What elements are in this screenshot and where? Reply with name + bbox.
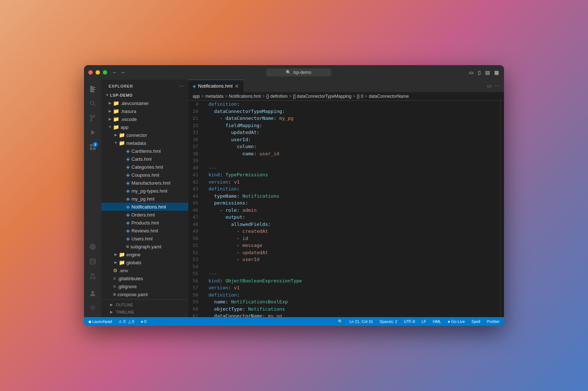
info-count: 0 — [144, 319, 146, 324]
breadcrumb-dctype[interactable]: [] dataConnectorTypeMapping — [293, 94, 352, 99]
activity-explorer[interactable] — [86, 83, 99, 96]
titlebar: ← → 🔍 lsp-demo ▭ ▯ ▤ ▦ — [84, 65, 504, 80]
minimize-button[interactable] — [96, 70, 100, 75]
sidebar-item-globals[interactable]: ▶ 📁 globals — [101, 258, 188, 266]
back-arrow-icon[interactable]: ← — [112, 69, 118, 76]
layout-icon-1[interactable]: ▭ — [468, 69, 474, 76]
sidebar-item-coupons[interactable]: ▶ ◈ Coupons.hml — [101, 171, 188, 179]
breadcrumb-app[interactable]: app — [193, 94, 200, 99]
layout-icon-4[interactable]: ▦ — [494, 69, 500, 76]
sidebar-item-reviews[interactable]: ▶ ◈ Reviews.hml — [101, 227, 188, 235]
activity-run[interactable] — [86, 126, 99, 139]
code-line: version: v1 — [209, 284, 496, 291]
breadcrumb-definition[interactable]: {} definition — [266, 94, 287, 99]
vscode-window: ← → 🔍 lsp-demo ▭ ▯ ▤ ▦ — [84, 65, 504, 326]
encoding-text: UTF-8 — [404, 319, 415, 324]
sidebar-item-subgraph-yaml[interactable]: ▶ ≡ subgraph.yaml — [101, 243, 188, 251]
breadcrumb-0[interactable]: {} 0 — [357, 94, 363, 99]
sidebar-item-connector[interactable]: ▶ 📁 connector — [101, 131, 188, 139]
layout-icon-3[interactable]: ▤ — [484, 69, 491, 76]
code-line: permissions: — [209, 199, 496, 207]
sidebar-item-carts[interactable]: ▶ ◈ Carts.hml — [101, 155, 188, 163]
status-spell[interactable]: Spell — [470, 319, 482, 324]
sidebar-item-engine[interactable]: ▶ 📁 engine — [101, 251, 188, 258]
hml-file-icon: ◈ — [126, 196, 130, 202]
devcontainer-label: .devcontainer — [121, 101, 149, 106]
activity-search[interactable] — [86, 97, 99, 110]
status-eol[interactable]: LF — [420, 319, 428, 324]
close-button[interactable] — [88, 70, 93, 75]
sidebar-item-project-root[interactable]: ▼ LSP-DEMO — [101, 91, 188, 99]
sidebar-more-icon[interactable]: ⋯ — [179, 83, 184, 89]
sidebar-item-compose-yaml[interactable]: ▶ ≡ compose.yaml — [101, 290, 188, 298]
outline-section[interactable]: ▶ OUTLINE — [101, 301, 188, 308]
code-line: - message — [209, 242, 496, 249]
status-spaces[interactable]: Spaces: 2 — [378, 319, 399, 324]
spell-text: Spell — [471, 319, 480, 324]
status-errors-warnings[interactable]: ⚠ 0 △ 0 — [117, 319, 135, 324]
status-line-col[interactable]: Ln 21, Col 31 — [348, 319, 374, 324]
search-bar[interactable]: 🔍 lsp-demo — [266, 68, 331, 76]
timeline-section[interactable]: ▶ TIMELINE — [101, 308, 188, 316]
language-text: HML — [433, 319, 441, 324]
activity-account[interactable] — [86, 287, 99, 300]
tab-notifications-hml[interactable]: ◈ Notifications.hml ✕ — [188, 80, 244, 92]
status-launchpad[interactable]: ◆ Launchpad — [87, 319, 113, 324]
svg-point-8 — [91, 115, 92, 117]
maximize-button[interactable] — [103, 70, 107, 75]
sidebar-item-users[interactable]: ▶ ◈ Users.hml — [101, 235, 188, 243]
cartitems-label: CartItems.hml — [131, 148, 161, 154]
code-editor[interactable]: 4 20 21 23 33 36 37 38 39 40 41 42 — [188, 101, 500, 317]
sidebar-item-notifications[interactable]: ▶ ◈ Notifications.hml — [101, 203, 188, 211]
status-prettier[interactable]: Prettier — [486, 319, 501, 324]
sidebar-item-devcontainer[interactable]: ▶ 📁 .devcontainer — [101, 99, 188, 107]
sidebar: EXPLORER ⋯ ▼ LSP-DEMO ▶ 📁 .devcontainer — [101, 80, 188, 317]
status-zoom-icon[interactable]: 🔍 — [336, 319, 344, 324]
activity-source-control[interactable] — [86, 112, 99, 125]
activity-db[interactable] — [86, 255, 99, 268]
svg-rect-5 — [90, 92, 94, 92]
hasura-label: .hasura — [121, 109, 136, 114]
breadcrumb-dcname[interactable]: dataConnectorName — [369, 94, 409, 99]
sidebar-item-app[interactable]: ▼ 📁 app — [101, 123, 188, 131]
layout-icon-2[interactable]: ▯ — [477, 69, 482, 76]
tab-close-icon[interactable]: ✕ — [235, 83, 239, 89]
forward-arrow-icon[interactable]: → — [119, 69, 126, 76]
sidebar-item-mypg-types[interactable]: ▶ ◈ my_pg-types.hml — [101, 187, 188, 195]
activity-testing[interactable] — [86, 269, 99, 282]
sidebar-item-env[interactable]: ▶ ⚙ .env — [101, 266, 188, 274]
status-language[interactable]: HML — [431, 319, 442, 324]
sidebar-item-gitattributes[interactable]: ▶ ≡ .gitattributes — [101, 274, 188, 282]
breadcrumb-file[interactable]: Notifications.hml — [229, 94, 261, 99]
split-editor-icon[interactable]: ▭ — [487, 83, 492, 89]
sidebar-item-manufacturers[interactable]: ▶ ◈ Manufacturers.hml — [101, 179, 188, 187]
yaml-file-icon: ≡ — [126, 244, 129, 249]
engine-label: engine — [126, 252, 140, 257]
sidebar-item-hasura[interactable]: ▶ 📁 .hasura — [101, 107, 188, 115]
activity-settings[interactable] — [86, 301, 99, 314]
chevron-down-icon: ▼ — [113, 140, 119, 146]
more-actions-icon[interactable]: ⋯ — [495, 83, 500, 89]
status-info[interactable]: ● 0 — [139, 319, 148, 324]
sidebar-item-gitignore[interactable]: ▶ ≡ .gitignore — [101, 282, 188, 290]
hml-file-icon: ◈ — [126, 180, 130, 186]
launchpad-icon: ◆ — [88, 319, 91, 324]
line-col-text: Ln 21, Col 31 — [349, 319, 373, 324]
sidebar-item-products[interactable]: ▶ ◈ Products.hml — [101, 219, 188, 227]
activity-extensions[interactable] — [86, 140, 99, 154]
breadcrumb-metadata[interactable]: metadata — [205, 94, 223, 99]
sidebar-item-vscode[interactable]: ▶ 📁 .vscode — [101, 115, 188, 123]
svg-marker-11 — [91, 130, 95, 135]
users-label: Users.hml — [131, 236, 153, 241]
activity-remote[interactable] — [86, 240, 99, 253]
svg-point-9 — [91, 119, 92, 121]
sidebar-item-orders[interactable]: ▶ ◈ Orders.hml — [101, 211, 188, 219]
sidebar-item-cartitems[interactable]: ▶ ◈ CartItems.hml — [101, 147, 188, 155]
code-line: output: — [209, 214, 496, 221]
sidebar-item-mypg[interactable]: ▶ ◈ my_pg.hml — [101, 195, 188, 203]
sidebar-item-categories[interactable]: ▶ ◈ Categories.hml — [101, 163, 188, 171]
status-go-live[interactable]: ● Go Live — [446, 319, 466, 324]
svg-point-19 — [92, 291, 94, 294]
status-encoding[interactable]: UTF-8 — [402, 319, 416, 324]
sidebar-item-metadata[interactable]: ▼ 📁 metadata — [101, 139, 188, 147]
